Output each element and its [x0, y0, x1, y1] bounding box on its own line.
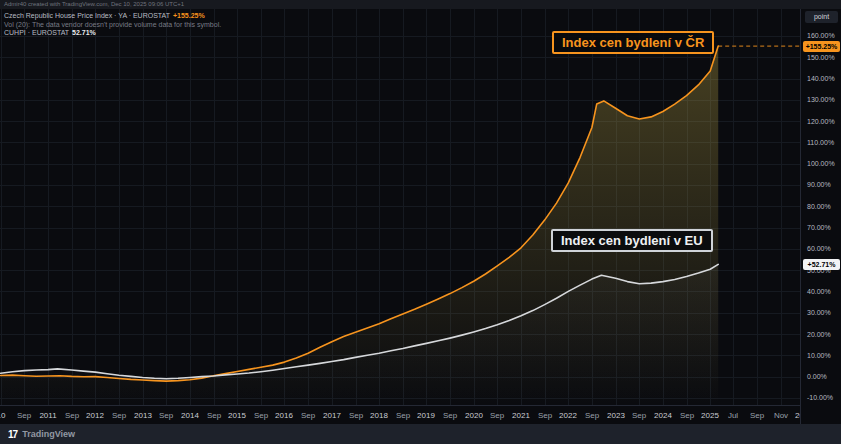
- y-axis-tick: 10.00%: [807, 351, 831, 360]
- y-axis-tick: 130.00%: [807, 95, 835, 104]
- creation-note: Admir40 created with TradingView.com, De…: [0, 0, 841, 9]
- y-axis-tick: 60.00%: [807, 244, 831, 253]
- brand-bar: 17 TradingView: [0, 424, 841, 444]
- y-axis-tick: 70.00%: [807, 223, 831, 232]
- compare-symbol-title: CUHPI · EUROSTAT: [4, 29, 69, 36]
- tradingview-logo-icon[interactable]: 17: [8, 429, 17, 440]
- y-axis-tick: 120.00%: [807, 117, 835, 126]
- chart-plot-area[interactable]: [0, 9, 800, 405]
- symbol-title: Czech Republic House Price Index · YA · …: [4, 12, 170, 19]
- y-axis-tick: 100.00%: [807, 159, 835, 168]
- y-axis-tick: 30.00%: [807, 308, 831, 317]
- axis-unit-button[interactable]: point: [805, 11, 838, 23]
- legend-symbol-row[interactable]: Czech Republic House Price Index · YA · …: [4, 12, 221, 20]
- price-axis[interactable]: point 160.00%150.00%140.00%130.00%120.00…: [800, 9, 841, 424]
- y-axis-tick: -10.00%: [807, 393, 833, 402]
- volume-note: Vol (20): The data vendor doesn't provid…: [4, 21, 221, 28]
- price-badge-cr: +155.25%: [803, 41, 840, 52]
- price-badge-eu: +52.71%: [803, 259, 840, 270]
- y-axis-tick: 150.00%: [807, 53, 835, 62]
- legend-compare-row[interactable]: CUHPI · EUROSTAT52.71%: [4, 29, 221, 37]
- compare-change-value: 52.71%: [72, 29, 96, 36]
- legend: Czech Republic House Price Index · YA · …: [4, 12, 221, 37]
- annotation-label-cr[interactable]: Index cen bydlení v ČR: [552, 31, 714, 54]
- x-axis-tick: 2026: [788, 411, 800, 420]
- tradingview-chart-window: Admir40 created with TradingView.com, De…: [0, 0, 841, 444]
- y-axis-tick: 20.00%: [807, 330, 831, 339]
- symbol-change-value: +155.25%: [173, 12, 205, 19]
- y-axis-tick: 80.00%: [807, 202, 831, 211]
- y-axis-tick: 160.00%: [807, 31, 835, 40]
- y-axis-tick: 140.00%: [807, 74, 835, 83]
- time-axis[interactable]: 10Sep2011Sep2012Sep2013Sep2014Sep2015Sep…: [0, 405, 800, 424]
- annotation-label-eu[interactable]: Index cen bydlení v EU: [551, 229, 713, 252]
- legend-volume-row[interactable]: Vol (20): The data vendor doesn't provid…: [4, 21, 221, 29]
- y-axis-tick: 90.00%: [807, 180, 831, 189]
- y-axis-tick: 110.00%: [807, 138, 834, 147]
- y-axis-tick: 0.00%: [807, 372, 827, 381]
- y-axis-tick: 40.00%: [807, 287, 831, 296]
- tradingview-brand-label[interactable]: TradingView: [22, 429, 75, 439]
